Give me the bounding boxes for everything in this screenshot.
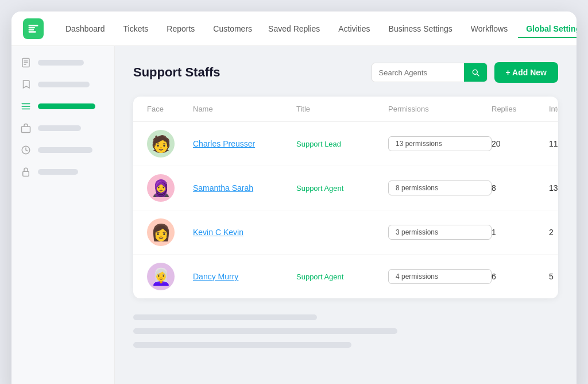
skeleton-bar <box>133 328 397 334</box>
sidebar-bar-5 <box>38 169 78 175</box>
logo <box>23 18 44 39</box>
sidebar-item-1[interactable] <box>21 79 105 90</box>
lock-icon <box>21 167 31 177</box>
sidebar-item-2[interactable] <box>21 101 105 112</box>
replies-count: 6 <box>492 272 549 281</box>
col-name: Name <box>193 105 296 113</box>
sidebar-bar-4 <box>38 147 92 153</box>
sidebar-item-5[interactable] <box>21 167 105 177</box>
svg-rect-7 <box>22 126 30 133</box>
nav-tickets[interactable]: Tickets <box>115 20 157 38</box>
col-permissions: Permissions <box>388 105 492 113</box>
col-title: Title <box>296 105 388 113</box>
permissions-badge[interactable]: 8 permissions <box>388 181 492 195</box>
page-header: Support Staffs + Add New <box>133 62 558 83</box>
table-row: 👩 Kevin C Kevin 3 permissions 1 2 ✏ 🗑 <box>133 210 558 255</box>
add-new-button[interactable]: + Add New <box>494 62 558 83</box>
header-actions: + Add New <box>372 62 558 83</box>
list-icon <box>21 101 31 112</box>
table-row: 👩‍🦳 Dancy Murry Support Agent 4 permissi… <box>133 255 558 298</box>
bag-icon <box>21 123 31 133</box>
nav-saved-replies[interactable]: Saved Replies <box>260 20 328 38</box>
document-icon <box>21 57 31 68</box>
col-interactions: Interactions <box>549 105 558 113</box>
skeleton-bar <box>133 342 351 348</box>
sidebar-bar-1 <box>38 82 90 87</box>
nav-workflows[interactable]: Workflows <box>463 20 516 38</box>
permissions-badge[interactable]: 3 permissions <box>388 225 492 240</box>
nav-left: Dashboard Tickets Reports Customers <box>57 20 260 38</box>
nav-global-settings[interactable]: Global Settings <box>518 20 577 38</box>
table-header: Face Name Title Permissions Replies Inte… <box>133 97 558 122</box>
nav-dashboard[interactable]: Dashboard <box>57 20 113 38</box>
permissions-badge[interactable]: 4 permissions <box>388 269 492 284</box>
avatar: 👩‍🦳 <box>147 263 175 290</box>
interactions-count: 5 <box>549 272 558 281</box>
avatar: 👩 <box>147 218 175 246</box>
sidebar-bar-3 <box>38 125 81 131</box>
table-row: 🧑 Charles Preusser Support Lead 13 permi… <box>133 122 558 166</box>
svg-rect-9 <box>23 171 29 176</box>
avatar: 🧑 <box>147 130 175 158</box>
sidebar-item-4[interactable] <box>21 145 105 155</box>
col-face: Face <box>147 105 193 113</box>
skeleton-section <box>133 314 558 348</box>
app-window: Dashboard Tickets Reports Customers Save… <box>11 11 577 384</box>
agent-name[interactable]: Kevin C Kevin <box>193 228 296 237</box>
agent-name[interactable]: Samantha Sarah <box>193 183 296 193</box>
replies-count: 20 <box>492 139 549 148</box>
search-button[interactable] <box>464 63 487 82</box>
page-body: Support Staffs + Add New <box>115 46 577 384</box>
page-title: Support Staffs <box>133 65 220 80</box>
search-input[interactable] <box>372 64 464 82</box>
nav-right: Saved Replies Activities Business Settin… <box>260 20 577 38</box>
col-replies: Replies <box>492 105 549 113</box>
nav-reports[interactable]: Reports <box>158 20 203 38</box>
sidebar <box>11 46 115 384</box>
replies-count: 8 <box>492 183 549 193</box>
avatar: 🧕 <box>147 174 175 202</box>
clock-icon <box>21 145 31 155</box>
interactions-count: 2 <box>549 228 558 237</box>
interactions-count: 13 <box>549 183 558 193</box>
interactions-count: 11 <box>549 139 558 148</box>
main-content: Support Staffs + Add New <box>11 46 577 384</box>
nav-business-settings[interactable]: Business Settings <box>381 20 461 38</box>
sidebar-item-3[interactable] <box>21 123 105 133</box>
sidebar-item-0[interactable] <box>21 57 105 68</box>
sidebar-bar-2 <box>38 103 95 109</box>
agent-name[interactable]: Dancy Murry <box>193 272 296 281</box>
agent-name[interactable]: Charles Preusser <box>193 139 296 148</box>
nav-customers[interactable]: Customers <box>205 20 260 38</box>
table-row: 🧕 Samantha Sarah Support Agent 8 permiss… <box>133 166 558 210</box>
replies-count: 1 <box>492 228 549 237</box>
agent-title: Support Agent <box>296 272 388 281</box>
permissions-badge[interactable]: 13 permissions <box>388 136 492 151</box>
staff-table: Face Name Title Permissions Replies Inte… <box>133 97 558 298</box>
bookmark-icon <box>21 79 31 90</box>
skeleton-bar <box>133 314 317 320</box>
search-box <box>372 63 488 82</box>
agent-title: Support Agent <box>296 184 388 193</box>
sidebar-bar-0 <box>38 60 84 66</box>
top-nav: Dashboard Tickets Reports Customers Save… <box>11 11 577 46</box>
agent-title: Support Lead <box>296 140 388 148</box>
nav-activities[interactable]: Activities <box>330 20 378 38</box>
